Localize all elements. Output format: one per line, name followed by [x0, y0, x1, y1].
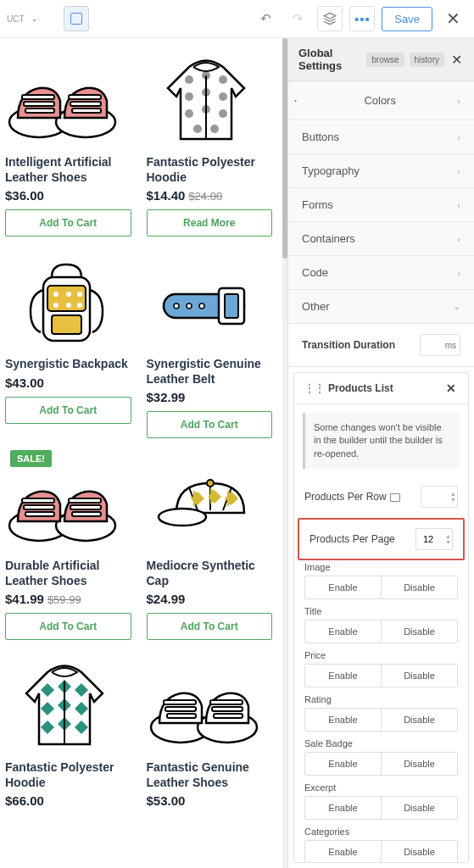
products-list-panel: ⋮⋮Products List ✕ Some changes won't be …	[293, 372, 469, 863]
accordion-item-other[interactable]: Other⌄	[288, 290, 474, 324]
accordion-item-buttons[interactable]: Buttons›	[288, 120, 474, 154]
product-title: Synergistic Backpack	[5, 357, 131, 372]
add-to-cart-button[interactable]: Add To Cart	[147, 613, 273, 640]
disable-button[interactable]: Disable	[382, 620, 457, 643]
toggle-label: Title	[304, 606, 458, 616]
products-list-close[interactable]: ✕	[444, 381, 458, 395]
product-image	[5, 647, 124, 757]
viewport-desktop-button[interactable]	[64, 6, 89, 31]
accordion-item-containers[interactable]: Containers›	[288, 222, 474, 256]
sidebar: Global Settings browse history ✕ Colors›…	[287, 38, 474, 868]
add-to-cart-button[interactable]: Add To Cart	[147, 411, 273, 438]
toggle-label: Rating	[304, 694, 458, 704]
disable-button[interactable]: Disable	[382, 753, 457, 775]
product-title: Fantastic Genuine Leather Shoes	[147, 760, 273, 790]
breadcrumb: UCT	[7, 14, 25, 24]
global-settings-close[interactable]: ✕	[449, 52, 464, 68]
enable-button[interactable]: Enable	[305, 665, 382, 687]
product-price: $41.99$59.99	[5, 592, 131, 606]
product-card[interactable]: Fantastic Polyester Hoodie$14.40$24.00Re…	[147, 42, 273, 236]
enable-button[interactable]: Enable	[305, 620, 382, 643]
history-tag[interactable]: history	[410, 53, 444, 67]
disable-button[interactable]: Disable	[382, 709, 457, 731]
product-title: Durable Artificial Leather Shoes	[5, 559, 131, 588]
chevron-icon: ›	[457, 166, 460, 176]
disable-button[interactable]: Disable	[382, 665, 457, 687]
product-price: $36.00	[5, 188, 131, 203]
product-card[interactable]: Mediocre Synthetic Cap$24.99Add To Cart	[147, 445, 273, 640]
toggle-label: Image	[304, 562, 458, 572]
enable-button[interactable]: Enable	[305, 841, 382, 863]
disable-button[interactable]: Disable	[382, 576, 457, 598]
product-image	[147, 647, 265, 757]
product-card[interactable]: Synergistic Genuine Leather Belt$32.99Ad…	[147, 243, 273, 438]
sale-badge: SALE!	[10, 450, 52, 467]
disable-button[interactable]: Disable	[382, 797, 457, 819]
products-list-title: Products List	[328, 382, 393, 394]
product-card[interactable]: Intelligent Artificial Leather Shoes$36.…	[5, 42, 131, 236]
chevron-icon: ›	[457, 200, 460, 210]
enable-button[interactable]: Enable	[305, 576, 382, 598]
add-to-cart-button[interactable]: Add To Cart	[5, 209, 131, 236]
drag-handle-icon[interactable]: ⋮⋮	[304, 382, 325, 394]
add-to-cart-button[interactable]: Add To Cart	[5, 613, 131, 640]
product-card[interactable]: Fantastic Polyester Hoodie$66.00	[5, 647, 131, 815]
close-button[interactable]: ✕	[439, 5, 467, 32]
product-card[interactable]: Fantastic Genuine Leather Shoes$53.00	[147, 647, 273, 815]
accordion-item-code[interactable]: Code›	[288, 256, 474, 290]
enable-button[interactable]: Enable	[305, 753, 382, 775]
device-icon[interactable]	[390, 493, 400, 502]
top-toolbar: UCT ⌄ ↶ ↷ ••• Save ✕	[0, 0, 474, 38]
more-button[interactable]: •••	[349, 6, 375, 31]
products-per-page-input[interactable]	[415, 528, 453, 550]
product-price: $14.40$24.00	[147, 188, 273, 203]
add-to-cart-button[interactable]: Read More	[147, 209, 273, 236]
toggle-image: Image Enable Disable	[304, 562, 458, 599]
product-price: $43.00	[5, 376, 131, 390]
products-per-page-label: Products Per Page	[309, 533, 395, 545]
product-title: Synergistic Genuine Leather Belt	[147, 357, 273, 387]
browse-tag[interactable]: browse	[366, 53, 404, 67]
global-settings-header: Global Settings browse history ✕	[288, 38, 474, 81]
breadcrumb-chevron[interactable]: ⌄	[28, 11, 42, 26]
product-title: Fantastic Polyester Hoodie	[5, 760, 131, 790]
product-title: Intelligent Artificial Leather Shoes	[5, 155, 131, 185]
toggle-price: Price Enable Disable	[304, 650, 458, 687]
product-image	[147, 243, 265, 353]
toggle-label: Excerpt	[304, 782, 458, 793]
accordion-item-colors[interactable]: Colors›	[288, 81, 474, 120]
canvas-scrollbar[interactable]	[282, 38, 287, 868]
product-image	[5, 42, 124, 152]
canvas: Intelligent Artificial Leather Shoes$36.…	[0, 38, 287, 868]
toggle-label: Categories	[304, 826, 458, 837]
save-button[interactable]: Save	[382, 7, 432, 31]
products-per-row: Products Per Row ▲▼	[294, 477, 468, 516]
toggle-rating: Rating Enable Disable	[304, 694, 458, 732]
chevron-icon: ›	[457, 96, 460, 106]
product-card[interactable]: SALE!Durable Artificial Leather Shoes$41…	[5, 445, 131, 640]
add-to-cart-button[interactable]: Add To Cart	[5, 397, 131, 424]
undo-button[interactable]: ↶	[253, 6, 278, 31]
products-list-header[interactable]: ⋮⋮Products List ✕	[294, 373, 468, 404]
svg-marker-58	[325, 13, 336, 19]
product-price: $66.00	[5, 793, 131, 808]
transition-duration-row: Transition Duration	[288, 324, 474, 367]
layers-button[interactable]	[317, 6, 343, 31]
toggle-sale-badge: Sale Badge Enable Disable	[304, 738, 458, 776]
product-price: $53.00	[147, 793, 273, 808]
products-per-page: Products Per Page ▲▼	[298, 518, 465, 560]
product-image	[147, 445, 265, 555]
product-image	[147, 42, 265, 152]
redo-button[interactable]: ↷	[285, 6, 310, 31]
disable-button[interactable]: Disable	[382, 841, 457, 863]
accordion-item-typography[interactable]: Typography›	[288, 154, 474, 188]
toggle-label: Price	[304, 650, 458, 660]
enable-button[interactable]: Enable	[305, 797, 382, 819]
transition-duration-input[interactable]	[420, 334, 460, 356]
product-card[interactable]: Synergistic Backpack$43.00Add To Cart	[5, 243, 131, 438]
products-per-row-input[interactable]	[421, 486, 458, 508]
accordion-item-forms[interactable]: Forms›	[288, 188, 474, 222]
enable-button[interactable]: Enable	[305, 709, 382, 731]
chevron-icon: ›	[457, 132, 460, 142]
toggle-categories: Categories Enable Disable	[304, 826, 458, 863]
